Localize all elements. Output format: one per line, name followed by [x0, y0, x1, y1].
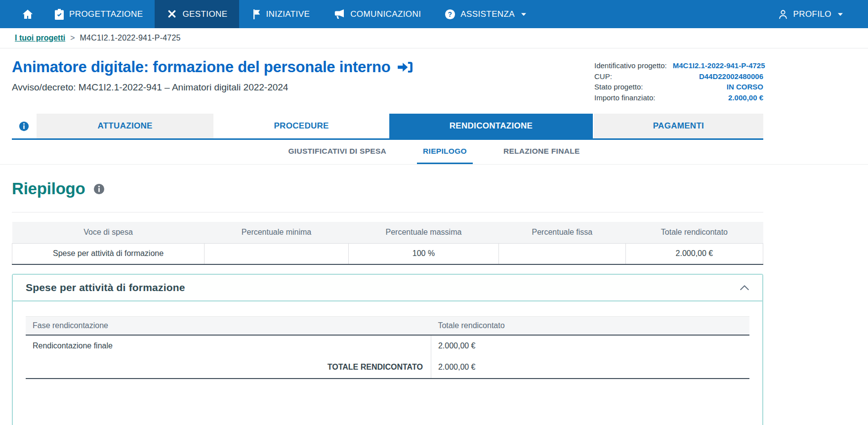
accordion-header[interactable]: Spese per attività di formazione [13, 275, 762, 301]
summary-table-header-row: Voce di spesa Percentuale minima Percent… [12, 222, 763, 243]
cell-totale-rendicontato: 2.000,00 € [431, 335, 749, 357]
arrow-right-to-bracket-icon[interactable] [397, 61, 413, 74]
info-row: Importo finanziato: 2.000,00 € [594, 92, 763, 103]
page-section-title: Riepilogo [12, 179, 85, 198]
tab-info[interactable] [12, 114, 36, 138]
nav-item-label: COMUNICAZIONI [350, 9, 421, 19]
home-icon [22, 8, 34, 20]
subtab-label: RIEPILOGO [423, 147, 467, 156]
accordion-title: Spese per attività di formazione [26, 282, 185, 294]
page-subtitle: Avviso/decreto: M4C1I2.1-2022-941 – Anim… [12, 82, 413, 93]
total-row: TOTALE RENDICONTATO 2.000,00 € [26, 357, 749, 379]
nav-item-home[interactable] [13, 0, 42, 28]
cell-percentuale-massima: 100 % [348, 243, 498, 264]
table-row: Spese per attività di formazione 100 % 2… [12, 243, 763, 264]
pencil-ruler-icon [166, 9, 177, 20]
total-value: 2.000,00 € [431, 357, 749, 379]
cell-percentuale-minima [205, 243, 349, 264]
project-tabs: ATTUAZIONE PROCEDURE RENDICONTAZIONE PAG… [12, 114, 763, 140]
info-row: Stato progetto: IN CORSO [594, 82, 763, 92]
svg-text:?: ? [448, 10, 453, 18]
info-label: CUP: [594, 71, 612, 82]
breadcrumb-link-i-tuoi-progetti[interactable]: I tuoi progetti [15, 34, 65, 42]
nav-item-label: ASSISTENZA [460, 9, 515, 19]
page-title-text: Animatore digitale: formazione del perso… [12, 58, 390, 76]
info-icon [19, 121, 29, 131]
tab-procedure[interactable]: PROCEDURE [214, 114, 388, 138]
column-header: Voce di spesa [12, 222, 205, 243]
user-icon [778, 9, 788, 20]
subtab-label: GIUSTIFICATIVI DI SPESA [288, 147, 386, 156]
column-header: Totale rendicontato [431, 317, 749, 335]
tab-label: PROCEDURE [274, 121, 329, 131]
subtab-relazione-finale[interactable]: RELAZIONE FINALE [497, 140, 586, 164]
subtab-riepilogo[interactable]: RIEPILOGO [417, 140, 473, 164]
tab-label: RENDICONTAZIONE [450, 121, 533, 131]
clipboard-check-icon [54, 9, 64, 20]
page-header-left: Animatore digitale: formazione del perso… [12, 58, 413, 103]
subtab-label: RELAZIONE FINALE [503, 147, 580, 156]
info-label: Identificativo progetto: [594, 60, 667, 71]
nav-item-profilo[interactable]: PROFILO [766, 0, 855, 28]
cell-fase-rendicontazione: Rendicontazione finale [26, 335, 431, 357]
tab-label: ATTUAZIONE [97, 121, 152, 131]
subtabs-row: GIUSTIFICATIVI DI SPESA RIEPILOGO RELAZI… [0, 140, 868, 165]
nav-item-label: GESTIONE [182, 9, 227, 19]
detail-table-header-row: Fase rendicontazione Totale rendicontato [26, 317, 749, 335]
megaphone-icon [333, 9, 345, 20]
column-header: Fase rendicontazione [26, 317, 431, 335]
table-row: Rendicontazione finale 2.000,00 € [26, 335, 749, 357]
nav-item-label: INIZIATIVE [266, 9, 310, 19]
info-label: Importo finanziato: [594, 92, 655, 103]
nav-item-comunicazioni[interactable]: COMUNICAZIONI [322, 0, 433, 28]
summary-table: Voce di spesa Percentuale minima Percent… [12, 222, 763, 265]
column-header: Percentuale minima [205, 222, 349, 243]
accordion-body: Fase rendicontazione Totale rendicontato… [13, 301, 762, 425]
column-header: Totale rendicontato [625, 222, 763, 243]
breadcrumb: I tuoi progetti > M4C1I2.1-2022-941-P-47… [0, 28, 868, 48]
question-circle-icon: ? [445, 9, 455, 20]
info-row: CUP: D44D22002480006 [594, 71, 763, 82]
expense-accordion: Spese per attività di formazione Fase re… [12, 274, 763, 425]
cell-percentuale-fissa [498, 243, 625, 264]
column-header: Percentuale fissa [498, 222, 625, 243]
nav-item-label: PROFILO [793, 9, 831, 19]
nav-item-label: PROGETTAZIONE [69, 9, 143, 19]
breadcrumb-separator: > [70, 34, 75, 42]
info-value-cup: D44D22002480006 [699, 71, 763, 82]
detail-table: Fase rendicontazione Totale rendicontato… [26, 316, 749, 379]
info-row: Identificativo progetto: M4C1I2.1-2022-9… [594, 60, 763, 71]
nav-item-progettazione[interactable]: PROGETTAZIONE [42, 0, 155, 28]
info-value-funded-amount: 2.000,00 € [728, 92, 763, 103]
info-icon[interactable] [93, 183, 105, 195]
section-heading: Riepilogo [12, 179, 763, 198]
tab-pagamenti[interactable]: PAGAMENTI [594, 114, 763, 138]
column-header: Percentuale massima [348, 222, 498, 243]
cell-totale-rendicontato: 2.000,00 € [625, 243, 763, 264]
subtab-giustificativi-di-spesa[interactable]: GIUSTIFICATIVI DI SPESA [282, 140, 392, 164]
nav-item-assistenza[interactable]: ? ASSISTENZA [433, 0, 538, 28]
tab-attuazione[interactable]: ATTUAZIONE [37, 114, 213, 138]
cell-voce-di-spesa: Spese per attività di formazione [12, 243, 205, 264]
flag-icon [251, 9, 261, 20]
page-title: Animatore digitale: formazione del perso… [12, 58, 413, 76]
page-header: Animatore digitale: formazione del perso… [12, 48, 763, 103]
chevron-up-icon[interactable] [740, 285, 749, 291]
info-value-project-id: M4C1I2.1-2022-941-P-4725 [673, 60, 765, 71]
breadcrumb-current: M4C1I2.1-2022-941-P-4725 [80, 34, 181, 42]
info-label: Stato progetto: [594, 82, 643, 92]
divider [12, 212, 763, 212]
total-label: TOTALE RENDICONTATO [26, 357, 431, 379]
top-navbar: PROGETTAZIONE GESTIONE INIZIATIVE COMUNI… [0, 0, 868, 28]
tab-label: PAGAMENTI [653, 121, 704, 131]
chevron-down-icon [521, 12, 527, 16]
status-badge: IN CORSO [727, 82, 763, 92]
nav-item-gestione[interactable]: GESTIONE [155, 0, 239, 28]
chevron-down-icon [837, 12, 843, 16]
project-info-panel: Identificativo progetto: M4C1I2.1-2022-9… [594, 60, 763, 103]
nav-item-iniziative[interactable]: INIZIATIVE [239, 0, 322, 28]
tab-rendicontazione[interactable]: RENDICONTAZIONE [389, 114, 593, 138]
